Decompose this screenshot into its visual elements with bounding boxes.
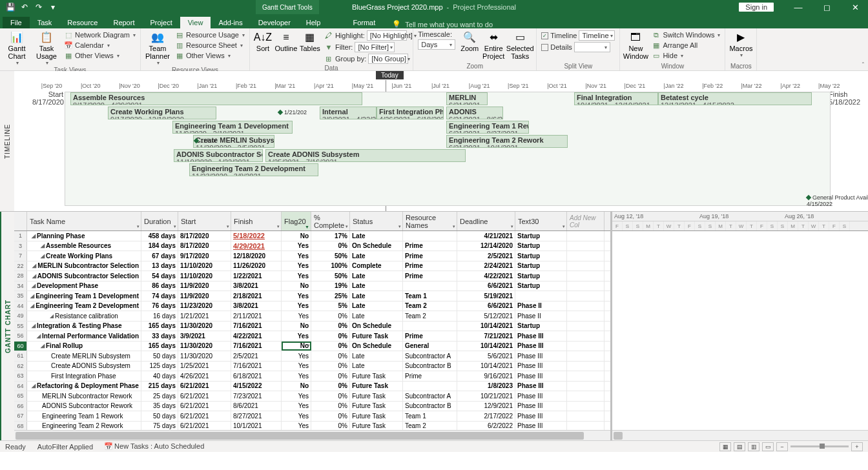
cell-text30[interactable] <box>515 291 567 301</box>
cell-text30[interactable]: Startup <box>515 271 567 281</box>
cell-task-name[interactable]: Engineering Team 2 Rework <box>27 422 141 431</box>
cell-status[interactable]: Future Task <box>350 331 403 341</box>
tab-help[interactable]: Help <box>298 17 329 28</box>
cell-finish[interactable]: 11/26/2020 <box>231 261 282 271</box>
cell-percent[interactable]: 0% <box>311 422 350 431</box>
cell-deadline[interactable]: 4/21/2021 <box>457 231 515 241</box>
cell-deadline[interactable]: 2/17/2022 <box>457 411 515 421</box>
cell-text30[interactable]: Startup <box>515 281 567 291</box>
cell-add[interactable] <box>567 241 604 251</box>
view-reading-icon[interactable]: ▤ <box>734 442 745 451</box>
cell-finish[interactable]: 7/16/2021 <box>231 362 282 371</box>
cell-flag20[interactable]: Yes <box>282 411 311 421</box>
row-number[interactable]: 63 <box>14 371 27 381</box>
cell-task-name[interactable]: ◢Integration & Testing Phase <box>27 322 141 331</box>
cell-text30[interactable]: Phase III <box>515 351 567 361</box>
arrange-all-button[interactable]: ▦Arrange All <box>650 40 722 50</box>
cell-resource[interactable]: Subcontractor B <box>403 402 457 411</box>
cell-text30[interactable]: Phase II <box>515 311 567 321</box>
cell-start[interactable]: 9/17/2020 <box>178 251 231 261</box>
undo-icon[interactable]: ↶ <box>18 1 31 13</box>
cell-duration[interactable]: 35 days <box>141 402 178 411</box>
timeline-checkbox-row[interactable]: ✓Timeline Timeline▾ <box>539 30 617 41</box>
network-diagram-button[interactable]: ⬚Network Diagram▾ <box>62 30 138 40</box>
group-combo[interactable]: [No Group]▾ <box>368 54 408 64</box>
cell-task-name[interactable]: ◢Development Phase <box>27 281 141 291</box>
row-number[interactable]: 65 <box>14 391 27 401</box>
cell-start[interactable]: 11/30/2020 <box>178 351 231 361</box>
cell-deadline[interactable]: 5/19/2021 <box>457 291 515 301</box>
cell-text30[interactable]: Startup <box>515 261 567 271</box>
resource-usage-button[interactable]: ▤Resource Usage▾ <box>173 30 247 40</box>
table-row[interactable]: 55◢Integration & Testing Phase165 days11… <box>14 322 610 332</box>
cell-text30[interactable]: Startup <box>515 241 567 251</box>
cell-start[interactable]: 6/21/2021 <box>178 382 231 391</box>
table-row[interactable]: 22◢MERLIN Subcontractor Selection13 days… <box>14 261 610 272</box>
tab-developer[interactable]: Developer <box>251 17 298 28</box>
cell-duration[interactable]: 184 days <box>141 241 178 251</box>
cell-duration[interactable]: 125 days <box>141 362 178 371</box>
cell-duration[interactable]: 33 days <box>141 331 178 341</box>
cell-flag20[interactable]: Yes <box>282 241 311 251</box>
cell-duration[interactable]: 165 days <box>141 342 178 351</box>
row-number[interactable]: 35 <box>14 291 27 301</box>
cell-flag20[interactable]: Yes <box>282 291 311 301</box>
col-text30[interactable]: Text30▾ <box>515 212 567 230</box>
cell-flag20[interactable]: Yes <box>282 311 311 321</box>
cell-status[interactable]: Late <box>350 362 403 371</box>
cell-status[interactable]: Late <box>350 351 403 361</box>
table-row[interactable]: 65MERLIN Subcontractor Rework25 days6/21… <box>14 391 610 402</box>
cell-add[interactable] <box>567 402 604 411</box>
cell-finish[interactable]: 3/8/2021 <box>231 301 282 311</box>
cell-add[interactable] <box>567 322 604 331</box>
cell-status[interactable]: Late <box>350 231 403 241</box>
cell-text30[interactable]: Phase III <box>515 371 567 381</box>
cell-add[interactable] <box>567 411 604 421</box>
highlight-row[interactable]: 🖍Highlight: [No Highlight]▾ <box>322 30 410 41</box>
cell-task-name[interactable]: MERLIN Subcontractor Rework <box>27 391 141 401</box>
new-window-button[interactable]: 🗔New Window <box>623 30 648 63</box>
cell-deadline[interactable]: 10/14/2021 <box>457 322 515 331</box>
cell-duration[interactable]: 25 days <box>141 391 178 401</box>
cell-flag20[interactable]: Yes <box>282 362 311 371</box>
cell-percent[interactable]: 0% <box>311 391 350 401</box>
cell-finish[interactable]: 6/18/2021 <box>231 371 282 381</box>
details-combo[interactable]: ▾ <box>574 42 610 52</box>
timeline-checkbox[interactable]: ✓ <box>541 32 548 39</box>
zoom-in-icon[interactable]: + <box>851 442 863 451</box>
cell-percent[interactable]: 0% <box>311 311 350 321</box>
timeline-bar[interactable]: ADONIS Subcontractor Selection11/10/2020… <box>174 149 263 162</box>
cell-duration[interactable]: 67 days <box>141 251 178 261</box>
row-header-corner[interactable] <box>14 212 27 230</box>
cell-start[interactable]: 11/23/2020 <box>178 301 231 311</box>
cell-text30[interactable]: Phase III <box>515 362 567 371</box>
cell-status[interactable]: Future Task <box>350 391 403 401</box>
timeline-bar[interactable]: Engineering Team 1 Development11/9/2020 … <box>172 121 293 134</box>
cell-deadline[interactable]: 4/22/2021 <box>457 271 515 281</box>
cell-resource[interactable]: Subcontractor A <box>403 391 457 401</box>
cell-resource[interactable]: Team 2 <box>403 422 457 431</box>
cell-add[interactable] <box>567 351 604 361</box>
cell-task-name[interactable]: ◢Resistance calibration <box>27 311 141 321</box>
cell-flag20[interactable]: Yes <box>282 422 311 431</box>
cell-deadline[interactable]: 10/21/2021 <box>457 391 515 401</box>
cell-status[interactable]: Late <box>350 291 403 301</box>
cell-status[interactable]: Complete <box>350 261 403 271</box>
table-row[interactable]: 67Engineering Team 1 Rework50 days6/21/2… <box>14 411 610 422</box>
outline-button[interactable]: ≡Outline <box>274 30 298 65</box>
cell-add[interactable] <box>567 291 604 301</box>
table-row[interactable]: 3◢Assemble Resources184 days8/17/20204/2… <box>14 241 610 252</box>
timeline-bar[interactable]: Betatest cycle12/13/2021 - 4/15/2022 <box>658 92 812 105</box>
timeline-bar[interactable]: Engineering Team 1 Rework6/21/2021 - 8/2… <box>446 121 529 134</box>
cell-task-name[interactable]: ◢ADONIS Subcontractor Selection <box>27 271 141 281</box>
cell-finish[interactable]: 3/8/2021 <box>231 281 282 291</box>
timeline-bar[interactable]: Assemble Resources8/17/2020 - 4/29/2021 <box>70 92 362 105</box>
qat-dropdown-icon[interactable]: ▾ <box>46 1 59 13</box>
cell-resource[interactable]: Team 1 <box>403 411 457 421</box>
cell-duration[interactable]: 215 days <box>141 382 178 391</box>
maximize-icon[interactable]: ◻ <box>814 0 840 14</box>
cell-duration[interactable]: 165 days <box>141 322 178 331</box>
timeline-bar[interactable]: MERLIN6/21/2021 - <box>446 92 488 105</box>
cell-add[interactable] <box>567 362 604 371</box>
cell-task-name[interactable]: ◢Create Working Plans <box>27 251 141 261</box>
